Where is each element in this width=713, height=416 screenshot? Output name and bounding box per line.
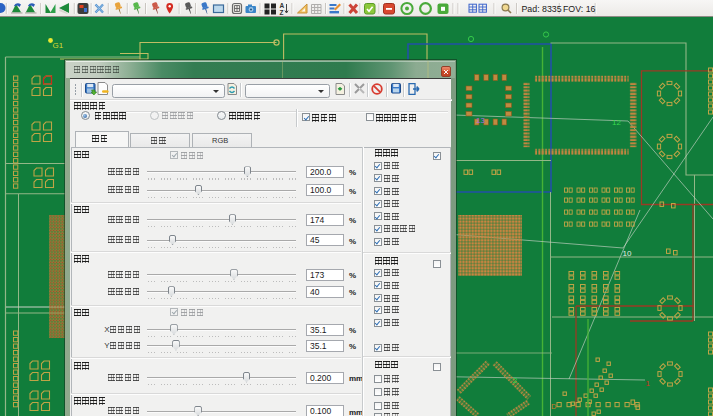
svg-text:10: 10 xyxy=(623,249,632,258)
svg-text:D: D xyxy=(551,402,557,411)
svg-text:1: 1 xyxy=(646,379,651,388)
svg-text:G1: G1 xyxy=(53,41,64,50)
svg-text:Z: Z xyxy=(280,9,284,16)
svg-text:13: 13 xyxy=(476,116,485,125)
svg-text:FOV: 16: FOV: 16 xyxy=(563,4,596,14)
svg-text:Pad: 8335: Pad: 8335 xyxy=(522,4,562,14)
svg-text:12: 12 xyxy=(612,118,621,127)
svg-text:2: 2 xyxy=(513,376,517,385)
